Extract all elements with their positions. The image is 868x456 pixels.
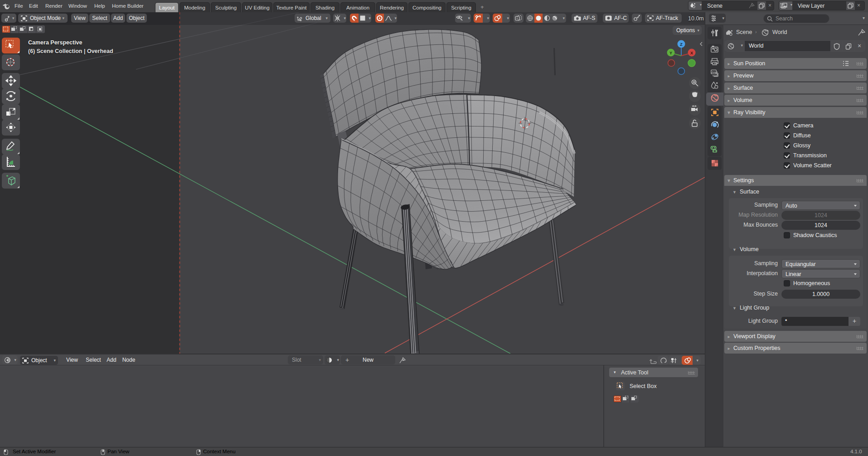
svg-text:X: X [690, 51, 693, 55]
svg-text:Y: Y [669, 51, 672, 55]
svg-text:Z: Z [680, 42, 683, 47]
